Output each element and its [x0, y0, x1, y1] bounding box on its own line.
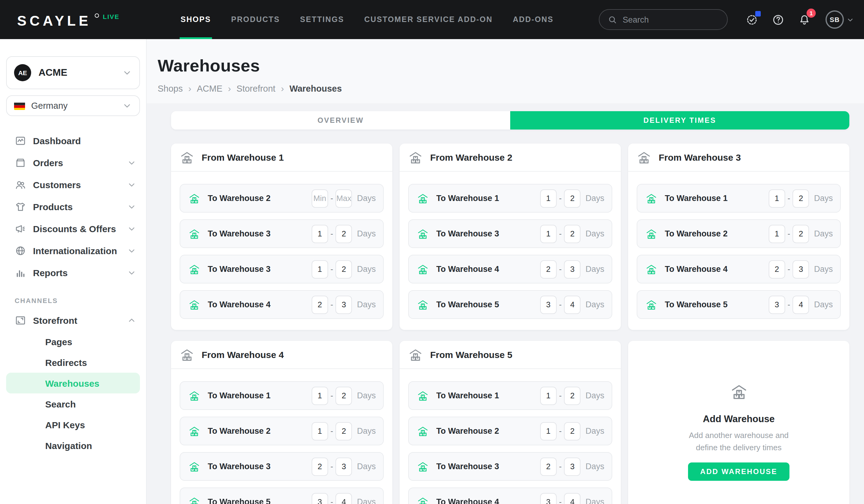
max-days-input[interactable]	[564, 386, 580, 405]
max-days-input[interactable]	[564, 493, 580, 504]
shop-selector[interactable]: AE ACME	[6, 56, 140, 89]
breadcrumb-separator: ›	[228, 83, 231, 94]
top-nav-shops[interactable]: SHOPS	[181, 0, 211, 39]
min-days-input[interactable]	[769, 225, 785, 243]
delivery-time-row: To Warehouse 4 - Days	[408, 255, 612, 284]
min-days-input[interactable]	[540, 457, 557, 476]
max-days-input[interactable]	[335, 493, 352, 504]
breadcrumb-storefront[interactable]: Storefront	[237, 83, 275, 93]
min-days-input[interactable]	[312, 493, 328, 504]
days-label: Days	[585, 194, 604, 203]
delivery-time-row: To Warehouse 1 - Days	[408, 381, 612, 410]
max-days-input[interactable]	[564, 260, 580, 278]
sidebar-item-dashboard[interactable]: Dashboard	[6, 130, 140, 152]
max-days-input[interactable]	[564, 457, 580, 476]
max-days-input[interactable]	[564, 189, 580, 207]
max-days-input[interactable]	[335, 260, 352, 278]
sidebar-item-redirects[interactable]: Redirects	[6, 352, 140, 373]
notifications-button[interactable]: 1	[797, 12, 812, 27]
sidebar-item-products[interactable]: Products	[6, 195, 140, 217]
top-nav-settings[interactable]: SETTINGS	[300, 0, 344, 39]
live-environment-badge: LIVE	[103, 13, 119, 20]
sidebar-item-orders[interactable]: Orders	[6, 152, 140, 173]
warehouse-icon	[417, 425, 428, 436]
days-label: Days	[585, 462, 604, 471]
chevron-down-icon	[846, 15, 854, 24]
min-days-input[interactable]	[312, 296, 328, 314]
delivery-time-row: To Warehouse 5 - Days	[637, 290, 841, 319]
sidebar-item-warehouses[interactable]: Warehouses	[6, 373, 140, 393]
min-days-input[interactable]	[312, 189, 328, 207]
card-header: From Warehouse 5	[400, 341, 621, 369]
sidebar-item-customers[interactable]: Customers	[6, 173, 140, 195]
tab-overview[interactable]: OVERVIEW	[171, 111, 510, 130]
min-days-input[interactable]	[769, 296, 785, 314]
min-days-input[interactable]	[540, 493, 557, 504]
breadcrumb-separator: ›	[188, 83, 191, 94]
top-nav-customer-service-add-on[interactable]: CUSTOMER SERVICE ADD-ON	[364, 0, 492, 39]
min-days-input[interactable]	[540, 296, 557, 314]
scayle-logo[interactable]: SCAYLE LIVE	[17, 11, 119, 28]
delivery-time-row: To Warehouse 2 - Days	[180, 184, 384, 213]
max-days-input[interactable]	[792, 260, 809, 278]
min-days-input[interactable]	[312, 457, 328, 476]
breadcrumb-acme[interactable]: ACME	[197, 83, 223, 93]
max-days-input[interactable]	[564, 296, 580, 314]
task-status-button[interactable]	[744, 12, 759, 27]
max-days-input[interactable]	[335, 422, 352, 440]
warehouse-icon	[646, 299, 657, 310]
max-days-input[interactable]	[792, 296, 809, 314]
sidebar-item-internationalization[interactable]: Internationalization	[6, 239, 140, 262]
sidebar-item-pages[interactable]: Pages	[6, 331, 140, 352]
warehouse-icon	[189, 193, 200, 204]
warehouse-grid: From Warehouse 1 To Warehouse 2 - D	[171, 144, 849, 504]
sidebar-item-storefront[interactable]: Storefront	[6, 309, 140, 331]
max-days-input[interactable]	[792, 225, 809, 243]
min-days-input[interactable]	[312, 386, 328, 405]
search-input[interactable]	[623, 15, 719, 24]
global-search[interactable]	[599, 9, 728, 30]
max-days-input[interactable]	[335, 457, 352, 476]
tab-delivery-times[interactable]: DELIVERY TIMES	[510, 111, 849, 130]
top-nav-add-ons[interactable]: ADD-ONS	[513, 0, 553, 39]
globe-icon	[15, 245, 26, 256]
top-nav-products[interactable]: PRODUCTS	[231, 0, 280, 39]
min-days-input[interactable]	[769, 260, 785, 278]
min-days-input[interactable]	[540, 422, 557, 440]
max-days-input[interactable]	[335, 225, 352, 243]
min-days-input[interactable]	[540, 189, 557, 207]
help-button[interactable]	[770, 12, 785, 27]
min-days-input[interactable]	[540, 225, 557, 243]
min-days-input[interactable]	[769, 189, 785, 207]
min-days-input[interactable]	[540, 260, 557, 278]
user-menu[interactable]: SB	[826, 10, 854, 29]
card-header: From Warehouse 1	[171, 144, 392, 172]
sidebar-item-discounts-offers[interactable]: Discounts & Offers	[6, 217, 140, 239]
min-days-input[interactable]	[540, 386, 557, 405]
max-days-input[interactable]	[335, 296, 352, 314]
days-label: Days	[585, 391, 604, 400]
days-label: Days	[585, 229, 604, 238]
warehouse-icon	[417, 228, 428, 239]
max-days-input[interactable]	[792, 189, 809, 207]
min-days-input[interactable]	[312, 422, 328, 440]
min-days-input[interactable]	[312, 225, 328, 243]
breadcrumb: Shops › ACME › Storefront › Warehouses	[158, 83, 849, 94]
sidebar-item-navigation[interactable]: Navigation	[6, 435, 140, 456]
country-selector[interactable]: Germany	[6, 95, 140, 116]
max-days-input[interactable]	[564, 225, 580, 243]
sidebar: AE ACME Germany Dashboard	[0, 39, 147, 504]
breadcrumb-warehouses: Warehouses	[289, 83, 341, 93]
max-days-input[interactable]	[335, 386, 352, 405]
delivery-time-row: To Warehouse 3 - Days	[408, 219, 612, 248]
sidebar-item-api-keys[interactable]: API Keys	[6, 414, 140, 435]
min-days-input[interactable]	[312, 260, 328, 278]
max-days-input[interactable]	[335, 189, 352, 207]
logo-text: SCAYLE	[17, 11, 91, 28]
max-days-input[interactable]	[564, 422, 580, 440]
add-warehouse-button[interactable]: ADD WAREHOUSE	[688, 463, 790, 481]
breadcrumb-shops[interactable]: Shops	[158, 83, 183, 93]
status-badge	[755, 11, 761, 16]
sidebar-item-search[interactable]: Search	[6, 393, 140, 414]
sidebar-item-reports[interactable]: Reports	[6, 262, 140, 284]
